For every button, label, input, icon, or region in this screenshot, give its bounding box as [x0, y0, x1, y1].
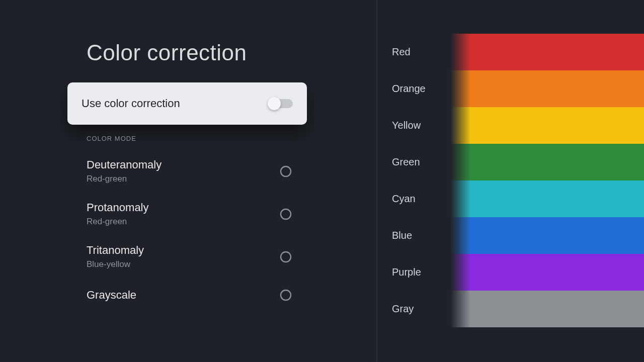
swatch-orange: Orange	[450, 70, 644, 107]
swatch-bar	[450, 34, 644, 70]
radio-unchecked-icon	[280, 289, 292, 301]
swatch-bar	[450, 217, 644, 254]
option-text: Deuteranomaly Red-green	[87, 158, 162, 184]
swatch-bar	[450, 291, 644, 327]
color-swatch-list: Red Orange Yellow Green Cyan Blue Purple	[450, 34, 644, 327]
option-title: Protanomaly	[87, 201, 149, 214]
option-protanomaly[interactable]: Protanomaly Red-green	[87, 193, 292, 235]
swatch-purple: Purple	[450, 254, 644, 291]
swatch-cyan: Cyan	[450, 180, 644, 217]
swatch-gray: Gray	[450, 291, 644, 327]
use-color-correction-switch[interactable]	[269, 99, 293, 108]
color-mode-section-label: COLOR MODE	[87, 135, 136, 142]
settings-left-panel: Color correction Use color correction CO…	[0, 0, 376, 362]
swatch-bar	[450, 107, 644, 144]
svg-point-1	[281, 209, 291, 219]
swatch-yellow: Yellow	[450, 107, 644, 144]
swatch-bar	[450, 70, 644, 107]
use-color-correction-label: Use color correction	[82, 97, 180, 110]
radio-unchecked-icon	[280, 251, 292, 263]
swatch-label: Purple	[392, 266, 421, 278]
option-deuteranomaly[interactable]: Deuteranomaly Red-green	[87, 150, 292, 193]
swatch-bar	[450, 180, 644, 217]
swatch-label: Gray	[392, 303, 414, 315]
option-subtitle: Red-green	[87, 174, 162, 184]
use-color-correction-row[interactable]: Use color correction	[67, 82, 307, 125]
option-text: Grayscale	[87, 289, 136, 302]
swatch-label: Blue	[392, 230, 412, 241]
svg-point-3	[281, 290, 291, 300]
swatch-bar	[450, 144, 644, 180]
svg-point-2	[281, 252, 291, 262]
svg-point-0	[281, 166, 291, 176]
switch-knob	[268, 97, 281, 110]
option-subtitle: Red-green	[87, 217, 149, 227]
swatch-label: Green	[392, 156, 420, 168]
swatch-blue: Blue	[450, 217, 644, 254]
option-text: Protanomaly Red-green	[87, 201, 149, 226]
swatch-label: Cyan	[392, 193, 416, 205]
swatch-red: Red	[450, 34, 644, 70]
color-preview-panel: Red Orange Yellow Green Cyan Blue Purple	[376, 0, 644, 362]
option-text: Tritanomaly Blue-yellow	[87, 244, 144, 269]
page-title: Color correction	[87, 40, 247, 65]
option-tritanomaly[interactable]: Tritanomaly Blue-yellow	[87, 235, 292, 278]
swatch-label: Yellow	[392, 120, 421, 131]
option-title: Deuteranomaly	[87, 158, 162, 171]
swatch-green: Green	[450, 144, 644, 180]
option-title: Grayscale	[87, 289, 136, 302]
color-mode-options: Deuteranomaly Red-green Protanomaly Red-…	[87, 150, 292, 312]
swatch-label: Red	[392, 46, 411, 58]
radio-unchecked-icon	[280, 208, 292, 220]
option-title: Tritanomaly	[87, 244, 144, 257]
swatch-bar	[450, 254, 644, 291]
swatch-label: Orange	[392, 83, 426, 95]
option-grayscale[interactable]: Grayscale	[87, 278, 292, 312]
option-subtitle: Blue-yellow	[87, 259, 144, 269]
radio-unchecked-icon	[280, 165, 292, 177]
